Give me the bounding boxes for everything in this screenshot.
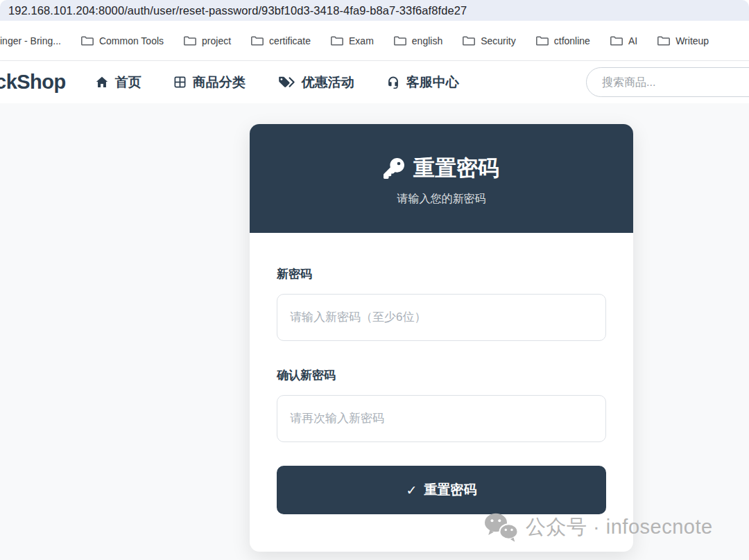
nav-label: 商品分类 (193, 73, 246, 91)
watermark: 公众号 · infosecnote (484, 512, 713, 543)
folder-icon (610, 35, 623, 46)
folder-icon (394, 35, 406, 46)
new-password-label: 新密码 (277, 266, 606, 282)
nav-label: 优惠活动 (302, 73, 354, 91)
home-icon (95, 76, 109, 89)
reset-button-label: 重置密码 (424, 481, 476, 499)
reset-password-card: 重置密码 请输入您的新密码 新密码 确认新密码 ✓ 重置密码 (250, 124, 633, 552)
grid-icon (173, 76, 187, 89)
card-title: 重置密码 (413, 154, 499, 183)
folder-icon (251, 35, 264, 46)
url-text: 192.168.101.204:8000/auth/user/reset-pas… (8, 4, 467, 17)
bookmark-label: Exam (349, 35, 374, 46)
card-subtitle: 请输入您的新密码 (250, 192, 633, 207)
bookmark-folder[interactable]: project (184, 35, 231, 46)
folder-icon (463, 35, 475, 46)
bookmark-folder[interactable]: Security (463, 35, 516, 46)
bookmarks-bar: inger - Bring... Common Tools project ce… (0, 21, 749, 61)
card-body: 新密码 确认新密码 ✓ 重置密码 (250, 233, 633, 514)
key-icon (384, 158, 404, 179)
browser-url-bar[interactable]: 192.168.101.204:8000/auth/user/reset-pas… (0, 0, 749, 21)
page-background: 重置密码 请输入您的新密码 新密码 确认新密码 ✓ 重置密码 (0, 103, 749, 560)
nav-item-categories[interactable]: 商品分类 (173, 73, 246, 91)
bookmark-label: inger - Bring... (0, 35, 61, 46)
headset-icon (386, 75, 400, 89)
card-header: 重置密码 请输入您的新密码 (250, 124, 633, 233)
bookmark-label: Security (481, 35, 516, 46)
confirm-password-group: 确认新密码 (277, 367, 606, 442)
card-title-row: 重置密码 (250, 124, 633, 183)
main-nav: 首页 商品分类 优惠活动 客服中心 (95, 73, 459, 91)
bookmark-label: ctfonline (554, 35, 590, 46)
bookmark-label: AI (628, 35, 637, 46)
nav-label: 首页 (115, 73, 141, 91)
bookmark-label: Common Tools (99, 35, 164, 46)
new-password-input[interactable] (277, 294, 606, 341)
new-password-group: 新密码 (277, 266, 606, 341)
search-box (586, 67, 749, 97)
folder-icon (331, 35, 343, 46)
bookmark-label: Writeup (675, 35, 709, 46)
watermark-text: 公众号 · infosecnote (526, 514, 713, 541)
nav-item-support[interactable]: 客服中心 (386, 73, 459, 91)
bookmark-folder[interactable]: certificate (251, 35, 311, 46)
reset-password-button[interactable]: ✓ 重置密码 (277, 466, 606, 514)
confirm-password-input[interactable] (277, 395, 606, 442)
bookmark-label: english (412, 35, 442, 46)
bookmark-folder[interactable]: Common Tools (81, 35, 164, 46)
bookmark-folder[interactable]: ctfonline (536, 35, 590, 46)
folder-icon (184, 35, 196, 46)
folder-icon (81, 35, 94, 46)
nav-item-promotions[interactable]: 优惠活动 (277, 73, 354, 91)
tag-icon (277, 76, 295, 89)
nav-item-home[interactable]: 首页 (95, 73, 141, 91)
check-icon: ✓ (406, 482, 417, 498)
bookmark-folder[interactable]: AI (610, 35, 637, 46)
site-logo[interactable]: ckShop (0, 71, 66, 94)
folder-icon (657, 35, 670, 46)
bookmark-folder[interactable]: Writeup (657, 35, 709, 46)
bookmark-item[interactable]: inger - Bring... (0, 35, 61, 46)
confirm-password-label: 确认新密码 (277, 367, 606, 383)
search-input[interactable] (602, 76, 749, 89)
bookmark-folder[interactable]: english (394, 35, 442, 46)
folder-icon (536, 35, 549, 46)
nav-label: 客服中心 (406, 73, 459, 91)
bookmark-label: certificate (269, 35, 311, 46)
bookmark-folder[interactable]: Exam (331, 35, 374, 46)
bookmark-label: project (202, 35, 231, 46)
site-header: ckShop 首页 商品分类 优惠活动 客服中心 (0, 61, 749, 103)
wechat-icon (484, 512, 519, 543)
